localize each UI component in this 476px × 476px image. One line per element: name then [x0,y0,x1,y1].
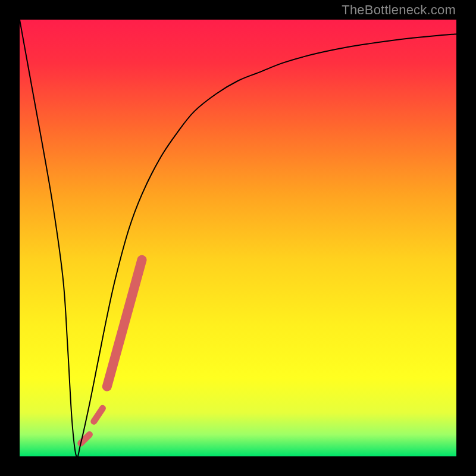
plot-area [20,20,456,456]
watermark-label: TheBottleneck.com [342,2,456,18]
chart-frame: TheBottleneck.com [0,0,476,476]
gradient-background [20,20,456,456]
bottleneck-chart [20,20,456,456]
